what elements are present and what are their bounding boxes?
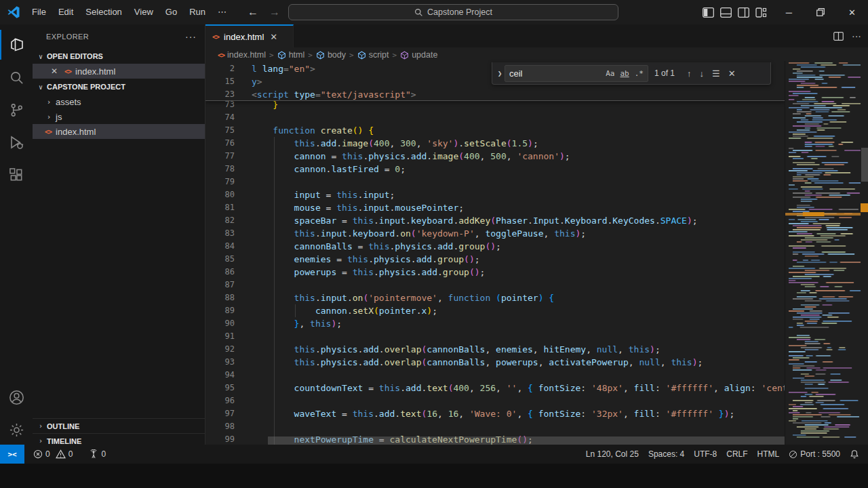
code-line[interactable]: 86 powerups = this.physics.add.group();	[205, 266, 785, 279]
back-icon[interactable]: ←	[245, 6, 260, 18]
code-line[interactable]: 88 this.input.on('pointermove', function…	[205, 291, 785, 304]
live-server-port[interactable]: Port : 5500	[784, 447, 845, 462]
line-number: 93	[205, 356, 235, 369]
line-number: 80	[205, 188, 235, 201]
code-line[interactable]: 80 input = this.input;	[205, 188, 785, 201]
code-line[interactable]: 23<script type="text/javascript">	[205, 88, 785, 101]
regex-icon[interactable]: .*	[633, 69, 645, 78]
code-line[interactable]: 95 countdownText = this.add.text(400, 25…	[205, 382, 785, 394]
menu-file[interactable]: File	[26, 4, 52, 20]
tab-close-icon[interactable]: ✕	[270, 32, 277, 42]
notifications-bell-icon[interactable]	[845, 447, 864, 462]
code-editor[interactable]: 73 }7475 function create() {76 this.add.…	[205, 62, 785, 445]
breadcrumb-body[interactable]: body	[316, 50, 346, 60]
restore-icon[interactable]	[805, 0, 837, 24]
code-line[interactable]: 97 waveText = this.add.text(16, 16, 'Wav…	[205, 407, 785, 420]
code-line[interactable]: 78 cannon.lastFired = 0;	[205, 163, 785, 176]
run-debug-icon[interactable]	[0, 127, 33, 157]
eol-status[interactable]: CRLF	[722, 447, 752, 462]
code-line[interactable]: 94	[205, 369, 785, 382]
code-line[interactable]: 92 this.physics.add.overlap(cannonBalls,…	[205, 343, 785, 356]
code-line[interactable]: 85 enemies = this.physics.add.group();	[205, 253, 785, 266]
minimap[interactable]	[785, 61, 861, 445]
explorer-icon[interactable]	[0, 30, 33, 60]
tree-folder-assets[interactable]: › assets	[33, 94, 205, 109]
close-editor-icon[interactable]: ✕	[51, 66, 59, 76]
menu-selection[interactable]: Selection	[79, 4, 127, 20]
code-line[interactable]: 93 this.physics.add.overlap(cannonBalls,…	[205, 356, 785, 369]
breadcrumb-html[interactable]: html	[277, 50, 305, 60]
scrollbar-slider[interactable]	[861, 148, 868, 182]
find-toggle-replace-icon[interactable]: ❯	[495, 69, 505, 78]
code-line[interactable]: 79	[205, 176, 785, 188]
toggle-secondary-sidebar-icon[interactable]	[738, 7, 749, 18]
whole-word-icon[interactable]: ab	[619, 69, 631, 78]
status-right: Ln 120, Col 25 Spaces: 4 UTF-8 CRLF HTML…	[581, 447, 868, 462]
code-line[interactable]: 90 }, this);	[205, 317, 785, 330]
find-in-selection-icon[interactable]: ☰	[708, 68, 724, 79]
encoding-status[interactable]: UTF-8	[689, 447, 722, 462]
breadcrumb-script[interactable]: script	[357, 50, 389, 60]
problems-status[interactable]: 0 0	[28, 447, 77, 462]
breadcrumb-update[interactable]: update	[400, 50, 437, 60]
extensions-icon[interactable]	[0, 160, 33, 190]
code-line[interactable]: 81 mouse = this.input.mousePointer;	[205, 201, 785, 214]
language-mode[interactable]: HTML	[753, 447, 785, 462]
explorer-more-icon[interactable]: ···	[185, 31, 197, 42]
editor-more-icon[interactable]: ···	[852, 30, 861, 41]
outline-section[interactable]: › OUTLINE	[33, 418, 205, 433]
overview-find-marker	[861, 203, 868, 212]
code-line[interactable]: 91	[205, 330, 785, 343]
menu-view[interactable]: View	[128, 4, 159, 20]
code-line[interactable]: 87	[205, 279, 785, 291]
vertical-scrollbar[interactable]	[861, 62, 868, 445]
forward-icon[interactable]: →	[267, 6, 282, 18]
code-line[interactable]: 74	[205, 111, 785, 124]
open-editor-item-indexhtml[interactable]: ✕ <> index.html	[33, 64, 205, 79]
menu-go[interactable]: Go	[159, 4, 183, 20]
code-line[interactable]: 75 function create() {	[205, 124, 785, 137]
code-line[interactable]: 83 this.input.keyboard.on('keydown-P', t…	[205, 227, 785, 240]
tab-indexhtml[interactable]: <> index.html ✕	[205, 24, 294, 47]
menu-more[interactable]: ⋯	[212, 4, 233, 20]
code-line[interactable]: 76 this.add.image(400, 300, 'sky').setSc…	[205, 137, 785, 150]
code-line[interactable]: 98	[205, 420, 785, 433]
find-next-icon[interactable]: ↓	[696, 68, 709, 79]
menu-run[interactable]: Run	[183, 4, 212, 20]
menu-edit[interactable]: Edit	[52, 4, 79, 20]
toggle-sidebar-icon[interactable]	[703, 7, 714, 18]
breadcrumb-file[interactable]: <> index.html	[218, 50, 266, 60]
remote-indicator[interactable]: ><	[0, 445, 24, 464]
settings-gear-icon[interactable]	[0, 415, 33, 445]
symbol-icon	[316, 51, 325, 60]
close-icon[interactable]: ✕	[836, 0, 868, 24]
open-editors-section[interactable]: ∨ OPEN EDITORS	[33, 49, 205, 64]
search-view-icon[interactable]	[0, 62, 33, 92]
line-number: 81	[205, 201, 235, 214]
code-line[interactable]: 82 spaceBar = this.input.keyboard.addKey…	[205, 214, 785, 227]
find-prev-icon[interactable]: ↑	[683, 68, 696, 79]
ports-status[interactable]: 0	[84, 447, 111, 462]
toggle-panel-icon[interactable]	[720, 7, 732, 18]
cursor-position[interactable]: Ln 120, Col 25	[581, 447, 644, 462]
minimize-icon[interactable]: ─	[773, 0, 805, 24]
line-number: 2	[205, 62, 235, 75]
code-line[interactable]: 84 cannonBalls = this.physics.add.group(…	[205, 240, 785, 253]
indentation-status[interactable]: Spaces: 4	[644, 447, 689, 462]
code-line[interactable]: 77 cannon = this.physics.add.image(400, …	[205, 150, 785, 163]
command-center-search[interactable]: Capstone Project	[288, 4, 618, 20]
find-input[interactable]: ceil Aa ab .*	[505, 65, 648, 82]
tree-folder-js[interactable]: › js	[33, 109, 205, 124]
accounts-icon[interactable]	[0, 382, 33, 412]
code-line[interactable]: 96	[205, 394, 785, 407]
tree-file-indexhtml[interactable]: <> index.html	[33, 124, 205, 139]
horizontal-scrollbar[interactable]	[268, 436, 785, 445]
project-section[interactable]: ∨ CAPSTONE PROJECT	[33, 79, 205, 94]
match-case-icon[interactable]: Aa	[604, 69, 616, 78]
editor-actions: ···	[833, 24, 861, 47]
code-line[interactable]: 89 cannon.setX(pointer.x);	[205, 304, 785, 317]
source-control-icon[interactable]	[0, 95, 33, 125]
customize-layout-icon[interactable]	[755, 7, 767, 18]
find-close-icon[interactable]: ✕	[724, 68, 740, 79]
split-editor-icon[interactable]	[833, 32, 844, 41]
